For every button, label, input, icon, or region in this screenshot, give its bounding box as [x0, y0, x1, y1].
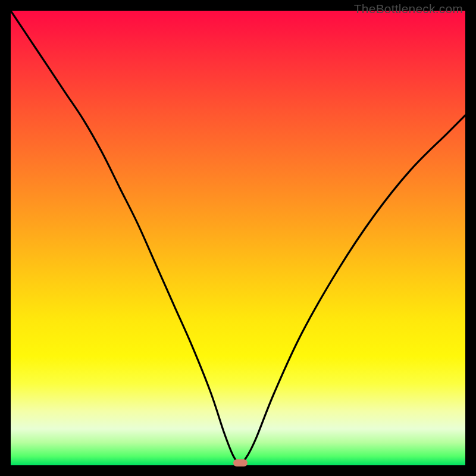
optimum-marker: [233, 459, 248, 466]
plot-area: [11, 11, 465, 465]
watermark-text: TheBottleneck.com: [354, 2, 463, 16]
bottleneck-curve: [11, 11, 465, 465]
chart-frame: TheBottleneck.com: [0, 0, 476, 476]
